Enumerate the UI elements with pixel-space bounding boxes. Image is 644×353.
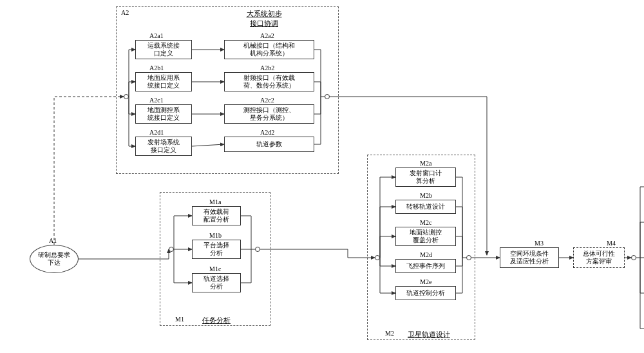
label-m2: M2: [385, 330, 394, 337]
label-a2c1: A2c1: [149, 97, 164, 104]
text-a2a1: 运载系统接 口定义: [147, 42, 180, 57]
node-m1-in: [169, 247, 174, 252]
label-m1a: M1a: [209, 198, 221, 205]
box-a2c1: 地面测控系 统接口定义: [135, 104, 192, 124]
box-m1b: 平台选择 分析: [192, 240, 241, 259]
text-m3: 空间环境条件 及适应性分析: [510, 250, 549, 265]
text-m2b: 转移轨道设计: [406, 203, 445, 211]
label-m2b: M2b: [420, 192, 432, 199]
label-a2b1: A2b1: [149, 64, 164, 72]
box-a2b1: 地面应用系 统接口定义: [135, 72, 192, 91]
label-m2e: M2e: [420, 278, 431, 285]
text-m2e: 轨道控制分析: [406, 289, 445, 297]
label-a2: A2: [121, 9, 129, 16]
node-end: [631, 255, 636, 260]
text-a2c1: 地面测控系 统接口定义: [147, 106, 180, 122]
label-m3: M3: [535, 240, 544, 247]
box-a2d2: 轨道参数: [224, 137, 314, 152]
box-m2a: 发射窗口计 算分析: [395, 167, 456, 187]
label-m1b: M1b: [209, 232, 222, 239]
box-m1c: 轨道选择 分析: [192, 273, 241, 292]
label-m2d: M2d: [420, 251, 432, 258]
text-m2a: 发射窗口计 算分析: [410, 169, 442, 185]
box-a2a2: 机械接口（结构和 机构分系统）: [224, 40, 314, 59]
text-m1b: 平台选择 分析: [204, 242, 229, 257]
label-a2b2: A2b2: [260, 64, 274, 72]
box-a2d1: 发射场系统 接口定义: [135, 137, 192, 156]
label-m2c: M2c: [420, 219, 431, 226]
text-a2d1: 发射场系统 接口定义: [147, 138, 180, 154]
box-a2a1: 运载系统接 口定义: [135, 40, 192, 59]
label-m1c: M1c: [209, 265, 221, 272]
text-a2b2: 射频接口（有效载 荷、数传分系统）: [243, 74, 295, 90]
label-a2c2: A2c2: [260, 97, 274, 104]
node-m1-out: [255, 247, 260, 252]
node-a2-in: [124, 94, 129, 99]
text-a1: 研制总要求 下达: [38, 251, 70, 267]
node-a2-out: [325, 94, 330, 99]
box-m1a: 有效载荷 配置分析: [192, 206, 241, 225]
label-a2d1: A2d1: [149, 129, 164, 136]
text-a2b1: 地面应用系 统接口定义: [147, 74, 180, 90]
box-m3: 空间环境条件 及适应性分析: [500, 247, 559, 268]
title-a2: 大系统初步 接口协调: [225, 9, 303, 28]
box-a2c2: 测控接口（测控、 星务分系统）: [224, 104, 314, 124]
label-m1: M1: [175, 316, 184, 323]
text-m2c: 地面站测控 覆盖分析: [410, 229, 442, 244]
text-m2d: 飞控事件序列: [406, 262, 445, 270]
box-m4: 总体可行性 方案评审: [573, 247, 625, 268]
text-m4: 总体可行性 方案评审: [583, 250, 615, 265]
box-m2d: 飞控事件序列: [395, 259, 456, 273]
text-m1a: 有效载荷 配置分析: [204, 208, 229, 224]
label-a2d2: A2d2: [260, 129, 274, 136]
box-m2c: 地面站测控 覆盖分析: [395, 227, 456, 246]
box-m2e: 轨道控制分析: [395, 286, 456, 300]
label-a2a2: A2a2: [260, 32, 274, 39]
box-a2b2: 射频接口（有效载 荷、数传分系统）: [224, 72, 314, 91]
box-m2b: 转移轨道设计: [395, 200, 456, 214]
label-a1: A1: [49, 237, 57, 244]
title-m2: 卫星轨道设计: [403, 330, 455, 339]
text-a2d2: 轨道参数: [256, 140, 282, 148]
node-m2-in: [375, 255, 380, 260]
title-m1: 任务分析: [197, 316, 236, 325]
text-a2a2: 机械接口（结构和 机构分系统）: [243, 42, 295, 57]
label-a2a1: A2a1: [149, 32, 164, 39]
text-m1c: 轨道选择 分析: [204, 275, 229, 291]
label-m4: M4: [607, 240, 616, 247]
text-a2c2: 测控接口（测控、 星务分系统）: [243, 106, 295, 122]
label-m2a: M2a: [420, 160, 431, 167]
box-a1: 研制总要求 下达: [30, 245, 79, 273]
node-m2-out: [466, 255, 471, 260]
